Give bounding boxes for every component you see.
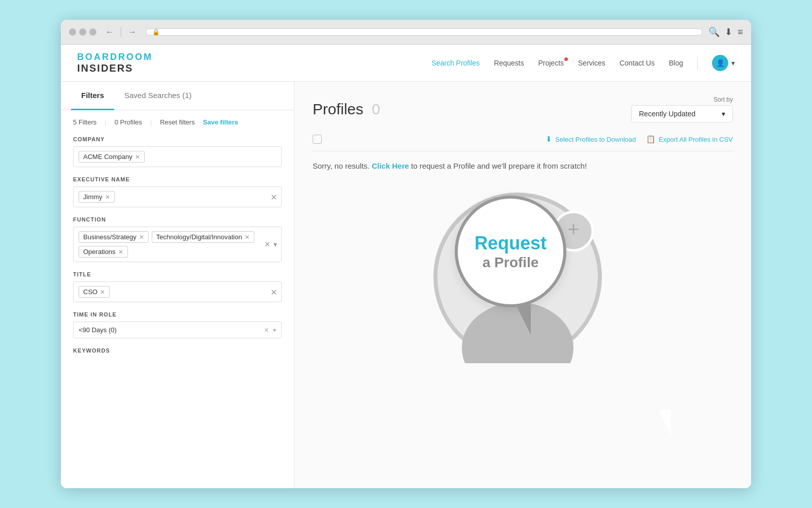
browser-dot-1 [69,28,76,36]
projects-dot [564,57,568,61]
nav-divider [121,27,121,37]
browser-dot-3 [89,28,96,36]
sidebar-tabs: Filters Saved Searches (1) [61,82,294,110]
main-layout: Filters Saved Searches (1) 5 Filters | 0… [61,82,751,488]
save-filters-link[interactable]: Save filters [203,118,238,126]
app-content: BOARDROOM INSIDERS Search Profiles Reque… [61,45,751,488]
executive-input[interactable]: Jimmy ✕ ✕ [73,186,282,207]
logo-bottom: INSIDERS [77,62,153,74]
function-tag-1: Business/Strategy ✕ [79,231,149,243]
function-input[interactable]: Business/Strategy ✕ Technology/Digital/I… [73,227,282,262]
nav-requests[interactable]: Requests [494,59,524,67]
company-input[interactable]: ACME Company ✕ [73,146,282,167]
download-icon[interactable]: ⬇ [725,26,732,38]
tab-filters[interactable]: Filters [71,82,114,110]
nav-contact[interactable]: Contact Us [620,59,655,67]
title-clear[interactable]: ✕ [270,287,277,297]
time-chevron-icon[interactable]: ▾ [273,327,276,334]
profiles-header: Profiles 0 Sort by Recently Updated ▾ [313,96,733,122]
user-chevron: ▾ [731,59,735,67]
nav-user-divider [697,57,698,69]
time-clear-icon[interactable]: ✕ [264,327,269,334]
no-results-message: Sorry, no results. Click Here to request… [313,162,733,170]
title-tag-remove[interactable]: ✕ [100,289,105,296]
user-avatar: 👤 [712,55,728,71]
nav-search-profiles[interactable]: Search Profiles [431,59,480,67]
logo: BOARDROOM INSIDERS [77,52,153,74]
company-label: COMPANY [73,136,282,142]
search-icon[interactable]: 🔍 [708,26,720,38]
time-select-controls: ✕ ▾ [264,327,276,334]
sidebar-filters: 5 Filters | 0 Profiles | Reset filters S… [61,110,294,354]
filter-section-company: COMPANY ACME Company ✕ [73,136,282,167]
back-button[interactable]: ← [103,25,117,39]
svg-text:+: + [567,218,579,240]
filter-section-keywords: KEYWORDS [73,347,282,354]
toolbar-actions: ⬇ Select Profiles to Download 📋 Export A… [546,135,733,144]
forward-button[interactable]: → [125,25,140,39]
function-tag-3-remove[interactable]: ✕ [118,248,123,256]
browser-window: ← → 🔒 🔍 ⬇ ≡ BOARDROOM INSIDERS Search Pr… [61,20,751,488]
sort-select[interactable]: Recently Updated ▾ [631,105,733,122]
company-tag: ACME Company ✕ [79,151,145,163]
logo-top: BOARDROOM [77,52,153,62]
filter-section-executive: EXECUTIVE NAME Jimmy ✕ ✕ [73,176,282,207]
filter-count: 5 Filters [73,118,96,126]
filter-section-time: TIME IN ROLE <90 Days (0) ✕ ▾ [73,311,282,338]
browser-chrome: ← → 🔒 🔍 ⬇ ≡ [61,20,751,45]
keywords-label: KEYWORDS [73,347,282,354]
function-actions: ✕ ▾ [264,240,277,248]
filter-section-function: FUNCTION Business/Strategy ✕ Technology/… [73,216,282,262]
browser-dots [69,28,96,36]
filter-section-title: TITLE CSO ✕ ✕ [73,271,282,302]
reset-filters-link[interactable]: Reset filters [160,118,195,126]
top-nav: BOARDROOM INSIDERS Search Profiles Reque… [61,45,751,82]
time-label: TIME IN ROLE [73,311,282,318]
browser-nav: ← → [103,25,140,39]
title-input[interactable]: CSO ✕ ✕ [73,281,282,302]
function-tag-2: Technology/Digital/Innovation ✕ [152,231,254,243]
profile-count: 0 Profiles [115,118,142,126]
function-tag-1-remove[interactable]: ✕ [139,234,144,241]
function-tag-2-remove[interactable]: ✕ [245,234,250,241]
results-toolbar: ⬇ Select Profiles to Download 📋 Export A… [313,135,733,151]
executive-clear[interactable]: ✕ [270,192,277,202]
tab-saved-searches[interactable]: Saved Searches (1) [114,82,202,110]
tooltip-bubble: Request a Profile [455,196,566,307]
address-bar[interactable]: 🔒 [146,28,702,36]
nav-services[interactable]: Services [578,59,605,67]
executive-tag-remove[interactable]: ✕ [105,194,110,201]
filter-meta: 5 Filters | 0 Profiles | Reset filters S… [73,118,282,126]
sort-control: Sort by Recently Updated ▾ [631,96,733,122]
function-expand[interactable]: ▾ [274,240,277,248]
tooltip-tail [516,304,531,335]
tooltip-tail-inner [659,410,671,436]
browser-dot-2 [79,28,86,36]
profiles-title: Profiles [313,101,363,118]
main-content: Profiles 0 Sort by Recently Updated ▾ [294,82,751,488]
function-clear[interactable]: ✕ [264,240,270,248]
sidebar: Filters Saved Searches (1) 5 Filters | 0… [61,82,294,488]
title-tag: CSO ✕ [79,286,110,298]
time-select[interactable]: <90 Days (0) ✕ ▾ [73,322,282,338]
click-here-link[interactable]: Click Here [371,162,409,170]
select-all-checkbox[interactable] [313,135,322,144]
tooltip-profile-text: a Profile [483,254,538,271]
select-download-action[interactable]: ⬇ Select Profiles to Download [546,135,636,144]
sort-label: Sort by [714,96,733,103]
csv-icon: 📋 [646,135,656,144]
nav-links: Search Profiles Requests Projects Servic… [431,55,735,71]
download-icon: ⬇ [546,135,552,144]
nav-blog[interactable]: Blog [669,59,683,67]
tooltip-request-text: Request [475,232,547,254]
nav-projects[interactable]: Projects [538,59,564,67]
sort-chevron: ▾ [722,110,725,118]
profile-result-area: Request a Profile ⬇ S [313,135,733,439]
function-tag-3: Operations ✕ [79,246,128,258]
nav-user[interactable]: 👤 ▾ [712,55,735,71]
menu-icon[interactable]: ≡ [737,27,743,38]
function-tags: Business/Strategy ✕ Technology/Digital/I… [79,231,256,258]
export-csv-action[interactable]: 📋 Export All Profiles in CSV [646,135,733,144]
filter-sep-1: | [105,118,106,126]
company-tag-remove[interactable]: ✕ [135,153,140,161]
